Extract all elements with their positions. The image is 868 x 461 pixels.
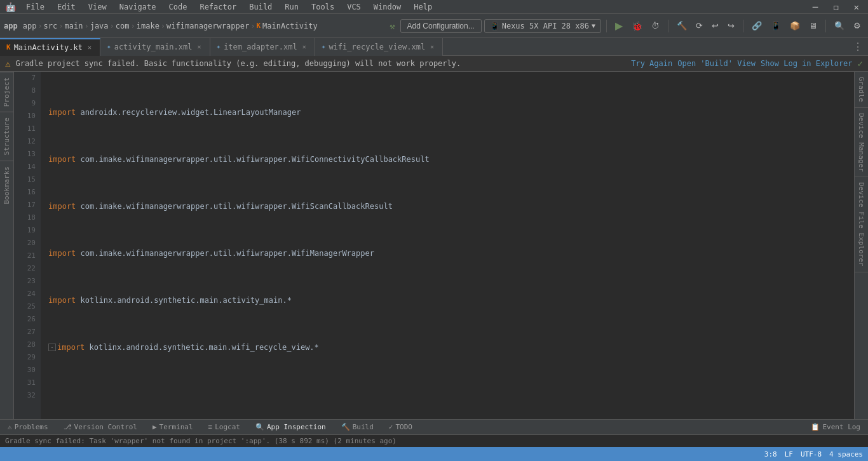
tab-main-activity[interactable]: K MainActivity.kt ✕ xyxy=(0,38,100,56)
device-manager-button[interactable]: 📱 xyxy=(768,19,784,32)
tab-close-wifi[interactable]: ✕ xyxy=(428,43,436,51)
app-icon: 🤖 xyxy=(5,2,16,12)
show-log-link[interactable]: Show Log in Explorer xyxy=(761,59,853,68)
version-control-tab[interactable]: ⎇ Version Control xyxy=(60,422,141,432)
undo-button[interactable]: ↩ xyxy=(709,19,722,32)
app-inspection-label: App Inspection xyxy=(267,423,326,431)
code-line-9: import com.imake.wifimanagerwrapper.util… xyxy=(46,200,849,213)
sync-bar: Gradle sync failed: Task 'wrapper' not f… xyxy=(0,434,868,447)
menu-code[interactable]: Code xyxy=(166,1,190,13)
tab-close-activity[interactable]: ✕ xyxy=(195,43,203,51)
menu-file[interactable]: File xyxy=(24,1,47,13)
line-13: 13 xyxy=(19,148,36,161)
tab-main-activity-label: MainActivity.kt xyxy=(14,43,83,52)
breadcrumb-imake[interactable]: imake xyxy=(137,22,159,30)
menu-help[interactable]: Help xyxy=(411,1,435,13)
search-button[interactable]: 🔍 xyxy=(831,19,848,32)
add-config-button[interactable]: Add Configuration... xyxy=(400,19,482,33)
breadcrumb-file[interactable]: K MainActivity xyxy=(256,22,317,30)
build-button[interactable]: 🔨 xyxy=(674,19,690,32)
settings-button[interactable]: ⚙ xyxy=(850,19,864,32)
problems-tab[interactable]: ⚠ Problems xyxy=(4,422,52,432)
event-log-btn[interactable]: 📋 Event Log xyxy=(807,422,864,432)
line-numbers: 7 8 9 10 11 12 13 14 15 16 17 18 19 20 2… xyxy=(14,72,41,419)
line-28: 28 xyxy=(19,338,36,351)
menu-build[interactable]: Build xyxy=(247,1,275,13)
line-7: 7 xyxy=(19,72,36,84)
code-line-11: import kotlinx.android.synthetic.main.ac… xyxy=(46,294,849,307)
structure-panel-tab[interactable]: Structure xyxy=(0,112,13,161)
maximize-btn[interactable]: ◻ xyxy=(829,1,842,13)
version-control-icon: ⎇ xyxy=(64,423,72,431)
close-btn[interactable]: ✕ xyxy=(850,1,863,13)
code-container[interactable]: 7 8 9 10 11 12 13 14 15 16 17 18 19 20 2… xyxy=(14,72,854,419)
menu-view[interactable]: View xyxy=(86,1,109,13)
device-file-explorer-tab[interactable]: Device File Explorer xyxy=(855,177,868,272)
device-selector[interactable]: 📱 Nexus 5X API 28 x86 ▼ xyxy=(484,19,601,33)
breadcrumb-src[interactable]: src xyxy=(44,22,58,30)
cursor-position[interactable]: 3:8 xyxy=(764,450,777,458)
tab-close-adapter[interactable]: ✕ xyxy=(301,43,308,51)
chevron-down-icon: ▼ xyxy=(592,22,595,29)
tab-more-icon[interactable]: ⋮ xyxy=(848,41,868,53)
device-manager-panel-tab[interactable]: Device Manager xyxy=(855,108,868,178)
bottom-bar: ⚠ Problems ⎇ Version Control ▶ Terminal … xyxy=(0,419,868,434)
breadcrumb-java[interactable]: java xyxy=(90,22,109,30)
gradle-panel-tab[interactable]: Gradle xyxy=(855,72,868,108)
minimize-btn[interactable]: ─ xyxy=(809,1,822,13)
open-build-link[interactable]: Open 'Build' View xyxy=(677,59,756,68)
line-11: 11 xyxy=(19,123,36,135)
breadcrumb-com[interactable]: com xyxy=(116,22,130,30)
debug-button[interactable]: 🐞 xyxy=(628,19,646,33)
todo-icon: ✓ xyxy=(389,423,393,431)
menu-tools[interactable]: Tools xyxy=(309,1,337,13)
line-19: 19 xyxy=(19,224,36,237)
indent-setting[interactable]: 4 spaces xyxy=(829,450,863,458)
menu-window[interactable]: Window xyxy=(371,1,403,13)
menu-refactor[interactable]: Refactor xyxy=(197,1,239,13)
problems-icon: ⚠ xyxy=(8,423,12,431)
todo-tab[interactable]: ✓ TODO xyxy=(385,422,416,432)
tab-close-main[interactable]: ✕ xyxy=(86,43,93,51)
line-separator[interactable]: LF xyxy=(785,450,793,458)
sync-button[interactable]: ⟳ xyxy=(693,19,706,32)
problems-label: Problems xyxy=(15,423,48,431)
line-32: 32 xyxy=(19,389,36,402)
avd-button[interactable]: 🖥 xyxy=(806,19,820,32)
terminal-tab[interactable]: ▶ Terminal xyxy=(149,422,197,432)
main-area: Project Structure Bookmarks 7 8 9 10 11 … xyxy=(0,72,868,419)
project-panel-tab[interactable]: Project xyxy=(0,72,13,112)
menu-edit[interactable]: Edit xyxy=(55,1,78,13)
breadcrumb-wrapper[interactable]: wifimanagerwrapper xyxy=(166,22,249,30)
menu-vcs[interactable]: VCS xyxy=(344,1,363,13)
tab-wifi-recycle[interactable]: ✦ wifi_recycle_view.xml ✕ xyxy=(315,38,443,56)
breadcrumb-app[interactable]: app xyxy=(23,22,37,30)
status-bar: 3:8 LF UTF-8 4 spaces xyxy=(0,447,868,461)
logcat-tab[interactable]: ≡ Logcat xyxy=(205,422,244,432)
line-8: 8 xyxy=(19,84,36,97)
bookmarks-panel-tab[interactable]: Bookmarks xyxy=(0,161,13,210)
sdk-button[interactable]: 📦 xyxy=(787,19,803,32)
app-inspection-tab[interactable]: 🔍 App Inspection xyxy=(252,422,330,432)
run-button[interactable]: ▶ xyxy=(612,18,626,34)
line-9: 9 xyxy=(19,97,36,110)
profile-button[interactable]: ⏱ xyxy=(648,19,663,32)
build-tab[interactable]: 🔨 Build xyxy=(337,422,377,432)
line-10: 10 xyxy=(19,110,36,123)
menu-navigate[interactable]: Navigate xyxy=(117,1,159,13)
breadcrumb-main[interactable]: main xyxy=(65,22,83,30)
tab-item-adapter[interactable]: ✦ item_adapter.xml ✕ xyxy=(210,38,315,56)
tab-activity-main[interactable]: ✦ activity_main.xml ✕ xyxy=(100,38,210,56)
menu-run[interactable]: Run xyxy=(282,1,301,13)
todo-label: TODO xyxy=(395,423,412,431)
fold-12[interactable]: - xyxy=(48,344,56,351)
code-content[interactable]: import androidx.recyclerview.widget.Line… xyxy=(41,72,854,419)
device-icon: 📱 xyxy=(490,22,499,30)
tabs-bar: K MainActivity.kt ✕ ✦ activity_main.xml … xyxy=(0,38,868,56)
attach-button[interactable]: 🔗 xyxy=(749,19,765,32)
redo-button[interactable]: ↪ xyxy=(724,19,738,32)
tab-xml-icon-3: ✦ xyxy=(322,43,326,51)
line-30: 30 xyxy=(19,364,36,377)
try-again-link[interactable]: Try Again xyxy=(631,59,672,68)
encoding[interactable]: UTF-8 xyxy=(801,450,822,458)
